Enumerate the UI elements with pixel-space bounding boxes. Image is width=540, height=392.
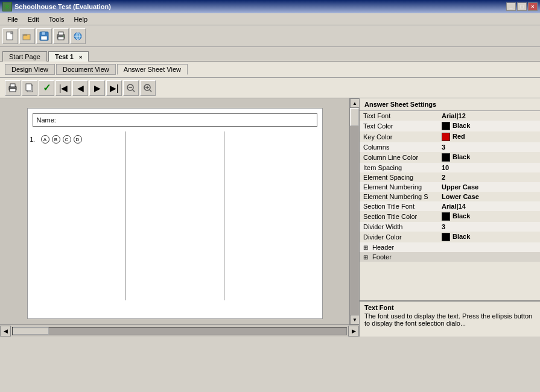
document-view-tab[interactable]: Document View [56, 64, 116, 75]
settings-panel: Answer Sheet Settings Text Font Arial|12… [359, 98, 540, 337]
app-icon: S [2, 2, 12, 11]
setting-key: Text Font [360, 111, 438, 121]
save-button[interactable] [36, 28, 52, 44]
table-row[interactable]: ⊞ Footer [360, 252, 540, 262]
setting-value: Red [438, 131, 540, 142]
table-row: Section Title Font Arial|14 [360, 201, 540, 211]
close-window-button[interactable]: × [528, 2, 538, 11]
svg-rect-16 [10, 89, 16, 92]
scroll-thumb[interactable] [350, 108, 359, 126]
menu-file[interactable]: File [2, 14, 23, 24]
table-row: Text Font Arial|12 [360, 111, 540, 121]
toolbar-copy-icon[interactable] [22, 80, 37, 96]
setting-value: 2 [438, 172, 540, 182]
toolbar-check-icon[interactable]: ✓ [39, 80, 54, 96]
web-button[interactable] [70, 28, 86, 44]
setting-value: 10 [438, 163, 540, 172]
expand-header-row[interactable]: ⊞ Header [360, 242, 540, 252]
scroll-down-button[interactable]: ▼ [350, 315, 359, 324]
svg-rect-18 [26, 84, 31, 90]
window-controls[interactable]: _ □ × [506, 2, 538, 11]
toolbar-prev-icon[interactable]: ◀ [72, 80, 88, 96]
scroll-up-button[interactable]: ▲ [350, 98, 359, 108]
view-tabs: Design View Document View Answer Sheet V… [0, 62, 540, 78]
settings-table: Text Font Arial|12 Text Color Black Key … [360, 111, 540, 262]
window-title: Schoolhouse Test (Evaluation) [14, 3, 111, 10]
view-toolbar: ✓ |◀ ◀ ▶ ▶| [0, 78, 540, 98]
table-row: Column Line Color Black [360, 152, 540, 163]
start-page-tab[interactable]: Start Page [2, 51, 47, 62]
answer-sheet-view-tab[interactable]: Answer Sheet View [117, 64, 188, 75]
table-row: Element Numbering S Lower Case [360, 192, 540, 201]
choice-b: B [52, 135, 60, 144]
table-row: Element Spacing 2 [360, 172, 540, 182]
color-swatch [442, 212, 450, 221]
scroll-left-button[interactable]: ◀ [0, 326, 11, 337]
toolbar-print-icon[interactable] [5, 80, 21, 96]
setting-key: Section Title Color [360, 211, 438, 222]
color-swatch [442, 153, 450, 162]
svg-line-23 [150, 90, 151, 92]
new-button[interactable] [2, 28, 18, 44]
scroll-track[interactable] [350, 108, 359, 315]
table-row: Text Color Black [360, 121, 540, 131]
setting-value: Upper Case [438, 182, 540, 192]
table-row: Columns 3 [360, 142, 540, 152]
answer-row-1: 1. A B C D [30, 135, 123, 144]
setting-key: Text Color [360, 121, 438, 131]
property-description-panel: Text Font The font used to display the t… [360, 300, 540, 337]
svg-line-20 [133, 90, 135, 92]
choice-c: C [63, 135, 71, 144]
choice-a: A [41, 135, 49, 144]
expand-footer-row[interactable]: ⊞ Footer [360, 252, 540, 262]
answer-col-1: 1. A B C D [28, 131, 126, 300]
toolbar-first-icon[interactable]: |◀ [56, 80, 71, 96]
setting-value: Black [438, 232, 540, 242]
h-scroll-thumb[interactable] [13, 327, 49, 335]
setting-key: Element Numbering S [360, 192, 438, 201]
maximize-button[interactable]: □ [517, 2, 527, 11]
vertical-scrollbar[interactable]: ▲ ▼ [349, 98, 359, 324]
menu-edit[interactable]: Edit [23, 14, 44, 24]
answer-col-3 [224, 131, 322, 300]
svg-rect-8 [58, 37, 64, 40]
document-tabs: Start Page Test 1 × [0, 47, 540, 62]
table-row: Section Title Color Black [360, 211, 540, 222]
color-swatch [442, 233, 450, 241]
toolbar-zoom-out-icon[interactable] [123, 80, 139, 96]
main-toolbar [0, 25, 540, 47]
setting-value: Arial|12 [438, 111, 540, 121]
h-scroll-track[interactable] [12, 327, 347, 335]
horizontal-scrollbar[interactable]: ◀ ▶ [0, 324, 359, 337]
choice-d: D [74, 135, 82, 144]
scroll-right-button[interactable]: ▶ [348, 326, 359, 337]
toolbar-zoom-in-icon[interactable] [140, 80, 156, 96]
table-row: Item Spacing 10 [360, 163, 540, 172]
minimize-button[interactable]: _ [506, 2, 516, 11]
print-button[interactable] [53, 28, 69, 44]
test1-tab[interactable]: Test 1 × [48, 51, 89, 62]
title-bar: S Schoolhouse Test (Evaluation) _ □ × [0, 0, 540, 13]
answer-columns: 1. A B C D [28, 131, 322, 300]
svg-rect-15 [10, 84, 15, 87]
table-row: Divider Color Black [360, 232, 540, 242]
answer-col-2 [126, 131, 224, 300]
setting-key: Column Line Color [360, 152, 438, 163]
table-row[interactable]: ⊞ Header [360, 242, 540, 252]
close-tab-button[interactable]: × [79, 54, 82, 60]
settings-panel-header: Answer Sheet Settings [360, 98, 540, 111]
menu-tools[interactable]: Tools [44, 14, 69, 24]
open-button[interactable] [19, 28, 35, 44]
setting-key: Item Spacing [360, 163, 438, 172]
svg-point-9 [63, 36, 64, 37]
design-view-tab[interactable]: Design View [5, 64, 55, 75]
color-swatch [442, 122, 450, 130]
svg-rect-5 [41, 36, 47, 40]
svg-rect-7 [59, 32, 63, 35]
toolbar-last-icon[interactable]: ▶| [106, 80, 122, 96]
setting-value: Black [438, 121, 540, 131]
answer-sheet-area: Name: 1. A B C D [0, 98, 349, 324]
toolbar-next-icon[interactable]: ▶ [89, 80, 105, 96]
setting-key: Element Numbering [360, 182, 438, 192]
menu-help[interactable]: Help [69, 14, 92, 24]
